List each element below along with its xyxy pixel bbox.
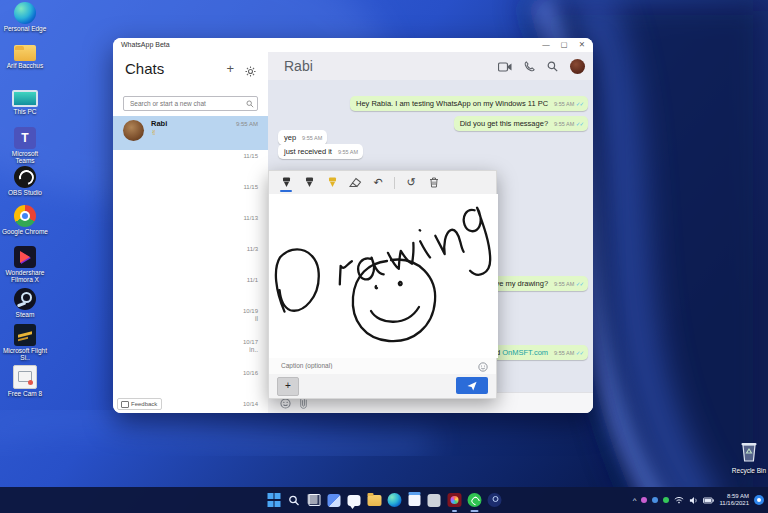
desktop-icon-label: Free Cam 8 <box>2 390 48 397</box>
drawing-editor-window: ↶ ↺ <box>268 170 497 399</box>
desktop-icon-label: Wondershare Filmora X <box>2 269 48 284</box>
store-button[interactable] <box>407 493 422 508</box>
notification-center-icon[interactable] <box>754 495 764 505</box>
avatar <box>123 120 144 141</box>
chat-list-item[interactable]: 11/3 <box>113 243 268 274</box>
caption-input[interactable] <box>279 361 463 370</box>
desktop-icon-chrome[interactable]: Google Chrome <box>2 205 48 246</box>
close-button[interactable]: ✕ <box>573 38 591 52</box>
maximize-button[interactable]: ▢ <box>555 38 573 52</box>
video-call-icon[interactable] <box>498 62 512 72</box>
start-button[interactable] <box>267 493 282 508</box>
contact-name: Rabi <box>284 58 313 74</box>
chat-list-item[interactable]: 11/1 <box>113 274 268 305</box>
chat-list: Rabi9:55 AM ✌ 11/15 11/15 11/13 11/3 11/… <box>113 116 268 413</box>
emoji-icon[interactable] <box>280 398 291 409</box>
settings-gear-icon[interactable] <box>245 63 256 81</box>
chats-sidebar: Chats + Rabi9:55 AM ✌ 11/15 11 <box>113 52 269 413</box>
highlighter-tool[interactable] <box>325 175 339 191</box>
chat-list-item-rabi[interactable]: Rabi9:55 AM ✌ <box>113 116 268 150</box>
tray-app-icon-1[interactable] <box>641 497 647 503</box>
chats-heading: Chats <box>125 60 164 77</box>
send-button[interactable] <box>456 377 488 394</box>
desktop-icon-steam[interactable]: Steam <box>2 288 48 324</box>
feedback-button[interactable]: Feedback <box>117 398 162 410</box>
desktop-icon-this-pc[interactable]: This PC <box>2 90 48 127</box>
search-input[interactable] <box>128 97 244 110</box>
drawing-canvas[interactable] <box>269 194 498 358</box>
filmora-icon <box>447 493 461 507</box>
chat-list-item[interactable]: 10/16 <box>113 367 268 398</box>
desktop-icon-filmora[interactable]: Wondershare Filmora X <box>2 246 48 288</box>
chat-search-box[interactable] <box>123 96 258 111</box>
tray-overflow-chevron[interactable]: ^ <box>633 496 637 505</box>
chat-time: 11/1 <box>247 277 258 283</box>
whatsapp-window: WhatsApp Beta — ▢ ✕ Chats + <box>113 38 593 413</box>
chat-list-item[interactable]: 10/17in.. <box>113 336 268 367</box>
monitor-icon <box>12 90 38 107</box>
app-window-button[interactable] <box>427 493 442 508</box>
desktop-icon-obs[interactable]: OBS Studio <box>2 166 48 205</box>
chat-time: 9:55 AM <box>236 121 258 127</box>
search-icon[interactable] <box>547 61 558 72</box>
search-icon <box>246 100 254 108</box>
taskbar-search[interactable] <box>287 493 302 508</box>
teams-chat-button[interactable] <box>347 493 362 508</box>
steam-icon <box>14 288 36 310</box>
onmsft-link[interactable]: OnMSFT.com <box>502 348 548 357</box>
volume-icon[interactable] <box>689 496 698 505</box>
desktop-icon-flight-sim[interactable]: Microsoft Flight Si.. <box>2 324 48 365</box>
chat-time: 10/16 <box>243 370 258 376</box>
edge-icon <box>387 493 401 507</box>
read-receipt-icon: ✓✓ <box>576 101 583 107</box>
chat-preview: ✌ <box>151 129 258 137</box>
taskbar-clock[interactable]: 8:59 AM 11/16/2021 <box>719 493 749 508</box>
voice-call-icon[interactable] <box>524 61 535 72</box>
emoji-icon[interactable] <box>478 362 488 372</box>
add-attachment-button[interactable]: + <box>277 377 299 396</box>
handwritten-smiley <box>353 260 435 342</box>
conversation-header: Rabi <box>268 52 593 80</box>
pen-tool-selected[interactable] <box>279 175 293 191</box>
desktop-icon-teams[interactable]: Microsoft Teams <box>2 127 48 166</box>
desktop-icon-free-cam[interactable]: Free Cam 8 <box>2 365 48 404</box>
desktop-icon-label: Steam <box>2 311 48 318</box>
desktop-icon-column: Personal Edge Arif Bacchus This PC Micro… <box>2 2 48 404</box>
edge-button[interactable] <box>387 493 402 508</box>
chat-list-item[interactable]: 11/13 <box>113 212 268 243</box>
app-window-icon <box>428 494 441 507</box>
chat-list-item[interactable]: 10/19il <box>113 305 268 336</box>
widgets-icon <box>328 494 341 507</box>
pen-tool[interactable] <box>302 175 316 191</box>
send-paper-plane-icon <box>467 381 477 391</box>
window-titlebar[interactable]: WhatsApp Beta — ▢ ✕ <box>113 38 593 52</box>
desktop-icon-label: This PC <box>2 108 48 115</box>
task-view-button[interactable] <box>307 493 322 508</box>
desktop-icon-user-folder[interactable]: Arif Bacchus <box>2 45 48 88</box>
delete-drawing-icon[interactable] <box>427 175 441 191</box>
filmora-icon <box>14 246 36 268</box>
file-explorer-button[interactable] <box>367 493 382 508</box>
rotate-icon[interactable]: ↺ <box>404 175 418 191</box>
filmora-button[interactable] <box>447 493 462 508</box>
contact-avatar[interactable] <box>570 59 585 74</box>
eraser-tool[interactable] <box>348 175 362 191</box>
desktop-icon-edge[interactable]: Personal Edge <box>2 2 48 41</box>
tray-app-icon-3[interactable] <box>663 497 669 503</box>
new-chat-button[interactable]: + <box>226 61 234 77</box>
undo-icon[interactable]: ↶ <box>371 175 385 191</box>
whatsapp-button[interactable] <box>467 493 482 508</box>
steam-taskbar-button[interactable] <box>487 493 502 508</box>
tray-app-icon-2[interactable] <box>652 497 658 503</box>
folder-icon <box>367 495 381 506</box>
minimize-button[interactable]: — <box>537 38 555 52</box>
chat-name: Rabi <box>151 119 167 128</box>
chat-time: 11/15 <box>243 184 258 190</box>
desktop-icon-recycle-bin[interactable]: Recycle Bin <box>730 441 768 474</box>
chat-list-item[interactable]: 11/15 <box>113 150 268 181</box>
battery-icon[interactable] <box>703 497 714 504</box>
chat-list-item[interactable]: 11/15 <box>113 181 268 212</box>
search-icon <box>289 495 300 506</box>
wifi-icon[interactable] <box>674 496 684 504</box>
widgets-button[interactable] <box>327 493 342 508</box>
